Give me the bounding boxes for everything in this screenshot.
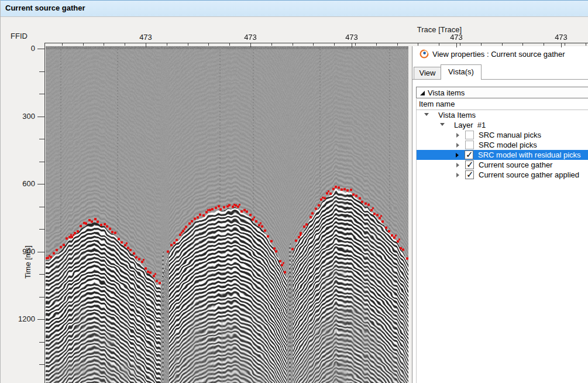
top-major-tick <box>250 43 251 47</box>
top-minor-tick <box>83 43 84 46</box>
seismic-plot[interactable] <box>46 46 408 383</box>
tree-item-label: SRC model with residual picks <box>478 151 581 159</box>
top-minor-tick <box>565 43 565 46</box>
tree-row-src-manual-picks[interactable]: SRC manual picks <box>417 130 588 140</box>
left-axis-line <box>44 43 45 383</box>
tab-vistas[interactable]: Vista(s) <box>441 64 482 80</box>
chevron-right-icon[interactable] <box>456 173 459 177</box>
left-major-tick <box>37 252 44 252</box>
top-minor-tick <box>271 43 272 46</box>
chevron-right-icon[interactable] <box>456 153 459 158</box>
top-minor-tick <box>293 43 293 46</box>
top-tick-label: 473 <box>448 33 465 42</box>
top-axis-line <box>44 43 588 43</box>
left-major-tick <box>37 117 44 117</box>
top-major-tick <box>146 43 146 47</box>
view-title: Current source gather <box>5 4 85 12</box>
left-minor-tick <box>39 139 44 139</box>
checkmark-icon: ✓ <box>466 149 473 160</box>
left-minor-tick <box>39 94 44 94</box>
app-window: Current source gather FFID Trace [Trace]… <box>0 0 588 383</box>
item-name-column-header[interactable]: Item name <box>416 99 588 110</box>
left-minor-tick <box>39 342 44 343</box>
visibility-checkbox[interactable]: ✓ <box>465 151 473 159</box>
left-minor-tick <box>39 229 44 230</box>
tree-row-current-source-gather-applied[interactable]: ✓Current source gather applied <box>417 170 588 180</box>
left-minor-tick <box>39 274 44 275</box>
left-major-tick <box>37 49 44 49</box>
top-minor-tick <box>481 43 482 46</box>
top-minor-tick <box>586 43 586 46</box>
top-minor-tick <box>125 43 125 46</box>
tab-strip-line <box>412 79 588 80</box>
left-tick-label: 600 <box>9 179 35 188</box>
chevron-right-icon[interactable] <box>456 143 459 148</box>
tree-row-vista-items[interactable]: Vista Items <box>417 110 588 120</box>
tree-item-label: Vista Items <box>438 111 476 119</box>
left-tick-label: 1200 <box>9 314 35 323</box>
top-minor-tick <box>208 43 209 46</box>
group-expand-icon <box>420 91 425 95</box>
left-major-tick <box>37 184 44 184</box>
visibility-checkbox[interactable]: ✓ <box>465 160 474 169</box>
left-major-tick <box>37 319 44 320</box>
top-minor-tick <box>167 43 167 46</box>
top-minor-tick <box>313 43 314 46</box>
top-minor-tick <box>418 43 418 46</box>
top-minor-tick <box>502 43 503 46</box>
tree-row-src-model-picks[interactable]: SRC model picks <box>417 140 588 150</box>
top-minor-tick <box>229 43 230 46</box>
left-tick-label: 0 <box>9 44 35 53</box>
left-minor-tick <box>39 162 44 162</box>
top-minor-tick <box>544 43 544 46</box>
tree-item-label: SRC manual picks <box>479 131 541 139</box>
tree-row-current-source-gather[interactable]: ✓Current source gather <box>417 160 588 170</box>
top-tick-label: 473 <box>553 33 569 42</box>
top-minor-tick <box>397 43 398 46</box>
group-header-label: Vista items <box>428 88 465 98</box>
trace-axis-title: Trace [Trace] <box>396 25 483 34</box>
chevron-down-icon[interactable] <box>440 123 445 126</box>
top-minor-tick <box>334 43 335 46</box>
checkmark-icon: ✓ <box>466 159 474 170</box>
tree-row-src-model-with-residual-picks[interactable]: ✓SRC model with residual picks <box>417 150 588 160</box>
top-major-tick <box>352 43 352 47</box>
ffid-axis-label: FFID <box>11 32 27 40</box>
visibility-checkbox[interactable] <box>465 131 474 139</box>
view-titlebar[interactable]: Current source gather <box>1 0 588 17</box>
left-minor-tick <box>39 297 44 297</box>
top-major-tick <box>456 43 457 47</box>
top-minor-tick <box>104 43 104 46</box>
visibility-checkbox[interactable] <box>465 141 474 149</box>
top-tick-label: 473 <box>137 33 154 42</box>
top-tick-label: 473 <box>242 33 259 42</box>
left-minor-tick <box>39 207 44 207</box>
left-tick-label: 300 <box>9 112 35 121</box>
chevron-right-icon[interactable] <box>456 163 459 167</box>
top-minor-tick <box>355 43 356 46</box>
top-minor-tick <box>439 43 439 46</box>
vista-items-tree: Vista ItemsLayer #1SRC manual picksSRC m… <box>416 110 588 383</box>
tree-row-layer-1[interactable]: Layer #1 <box>417 120 588 130</box>
visibility-checkbox[interactable]: ✓ <box>465 170 474 179</box>
left-tick-label: 900 <box>9 247 35 256</box>
top-major-tick <box>561 43 562 47</box>
panel-title: View properties : Current source gather <box>432 50 565 59</box>
chevron-down-icon[interactable] <box>424 113 429 116</box>
top-minor-tick <box>522 43 523 46</box>
chevron-right-icon[interactable] <box>456 133 459 138</box>
tree-item-label: Current source gather <box>479 160 552 169</box>
tree-item-label: SRC model picks <box>479 141 537 149</box>
top-tick-label: 473 <box>343 33 360 42</box>
time-axis-title: Time [ms] <box>23 239 32 286</box>
left-minor-tick <box>39 364 44 365</box>
top-minor-tick <box>62 43 63 46</box>
tree-item-label: Layer #1 <box>454 121 486 129</box>
top-minor-tick <box>460 43 460 46</box>
vista-app-icon <box>419 49 429 59</box>
tree-item-label: Current source gather applied <box>479 170 579 179</box>
top-minor-tick <box>376 43 377 46</box>
tab-view[interactable]: View <box>414 67 441 79</box>
left-minor-tick <box>39 71 44 72</box>
vista-items-group-header[interactable]: Vista items <box>416 87 588 98</box>
